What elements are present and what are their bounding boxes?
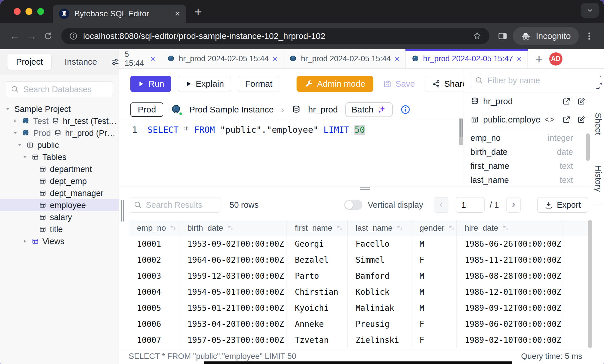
tree-item-views[interactable]: Views [0,235,119,247]
database-search-input[interactable] [23,85,108,94]
sort-icon[interactable] [448,224,455,232]
table-row[interactable]: 100061953-04-20T00:00:00ZAnnekePreusigF1… [129,316,592,332]
table-row[interactable]: 100041954-05-01T00:00:00ZChirstianKoblic… [129,284,592,300]
forward-icon[interactable]: → [25,30,38,42]
tree-item-table-dept_manager[interactable]: dept_manager [0,187,119,199]
chevron-right-icon[interactable] [22,238,28,244]
view-ddl-icon[interactable]: <> [544,115,555,124]
explain-button[interactable]: Explain [178,76,231,92]
next-page-button[interactable] [506,197,521,213]
chevron-down-icon[interactable] [5,106,11,112]
tree-item-project[interactable]: Sample Project [0,103,119,115]
sort-icon[interactable] [169,224,177,232]
back-icon[interactable]: ← [9,30,21,42]
column-row-last_name[interactable]: last_nametext [470,173,586,187]
site-info-icon[interactable] [69,31,78,41]
results-header-last_name[interactable]: last_name [348,220,411,236]
close-sheet-icon[interactable]: × [517,54,522,64]
results-search-input[interactable] [146,200,216,210]
edit-icon[interactable] [577,97,586,106]
bookmark-star-icon[interactable] [472,31,482,41]
sort-icon[interactable] [396,224,403,232]
schema-filter-box[interactable] [470,73,600,88]
sort-icon[interactable] [336,224,343,232]
new-sheet-button[interactable]: + [535,51,543,67]
side-panel-icon[interactable] [496,30,509,42]
tree-item-table-dept_emp[interactable]: dept_emp [0,175,119,187]
side-tab-sheet[interactable]: Sheet [592,96,604,152]
tree-item-table-department[interactable]: department [0,163,119,175]
schema-filter-input[interactable] [487,76,595,85]
close-sheet-icon[interactable]: × [395,54,400,64]
tree-item-tables[interactable]: Tables [0,151,119,163]
avatar[interactable]: AD [549,52,562,66]
info-icon[interactable] [400,104,411,115]
batch-button[interactable]: Batch [345,102,393,117]
tree-item-table-title[interactable]: title [0,223,119,235]
panel-resize-handle[interactable] [460,119,463,137]
address-bar[interactable]: localhost:8080/sql-editor/prod-sample-in… [61,28,489,44]
sheet-tab[interactable]: hr_prod 2024-02-05 15:44× [283,49,405,68]
instance-name[interactable]: Prod Sample Instance [189,105,274,114]
sql-editor[interactable]: 1 SELECT * FROM "public"."employee" LIMI… [119,120,464,187]
close-sheet-icon[interactable]: × [150,54,155,64]
edit-icon[interactable] [577,115,586,124]
results-header-birth_date[interactable]: birth_date [179,220,287,236]
results-header-hire_date[interactable]: hire_date [457,220,562,236]
chevron-down-icon[interactable] [17,142,23,148]
chevron-down-icon[interactable] [22,154,28,160]
results-header-gender[interactable]: gender [411,220,457,236]
results-header-first_name[interactable]: first_name [287,220,348,236]
close-sheet-icon[interactable]: × [272,54,278,64]
export-button[interactable]: Export [537,197,588,213]
tree-item-schema-public[interactable]: public [0,139,119,151]
admin-mode-button[interactable]: Admin mode [297,76,373,92]
close-tab-icon[interactable]: × [175,9,180,19]
table-row[interactable]: 100021964-06-02T00:00:00ZBezalelSimmelF1… [129,252,592,268]
side-tab-history[interactable]: History [592,152,604,205]
results-splitter[interactable] [119,187,592,190]
sort-icon[interactable] [227,224,234,232]
chevron-right-icon[interactable] [12,118,18,124]
column-row-birth_date[interactable]: birth_datedate [470,145,586,159]
open-external-icon[interactable] [562,97,571,106]
page-number-input[interactable] [456,197,485,213]
column-row-first_name[interactable]: first_nametext [470,159,586,173]
tree-settings-icon[interactable] [110,57,120,67]
maximize-window-button[interactable] [37,8,44,15]
sheet-tab[interactable]: hr_prod 2024-02-05 15:47× [406,49,528,68]
browser-tab[interactable]: ♜ Bytebase SQL Editor × [53,5,186,23]
tree-item-db-prod[interactable]: Prod hr_prod (Pr… [0,127,119,139]
format-button[interactable]: Format [238,76,279,92]
results-scrollbar[interactable] [588,220,592,348]
schema-table-row[interactable]: public.employe <> [464,110,592,129]
tab-project[interactable]: Project [7,54,51,70]
tab-search-chevron-button[interactable] [581,3,599,18]
results-search-box[interactable] [129,197,221,213]
table-row[interactable]: 100071957-05-23T00:00:00ZTzvetanZielinsk… [129,332,592,348]
reload-icon[interactable] [42,30,54,42]
results-header-emp_no[interactable]: emp_no [129,220,179,236]
minimize-window-button[interactable] [26,8,32,15]
splitter-handle-icon[interactable] [360,187,370,191]
database-search-box[interactable] [6,81,113,97]
prev-page-button[interactable] [434,197,448,213]
column-row-emp_no[interactable]: emp_nointeger [470,131,586,145]
table-row[interactable]: 100011953-09-02T00:00:00ZGeorgiFacelloM1… [129,236,592,252]
database-name[interactable]: hr_prod [308,105,338,114]
open-external-icon[interactable] [562,115,571,124]
run-button[interactable]: Run [130,76,171,92]
url-text[interactable]: localhost:8080/sql-editor/prod-sample-in… [83,31,467,41]
save-button[interactable]: Save [380,76,418,92]
browser-menu-icon[interactable] [583,30,595,42]
tree-item-table-employee[interactable]: employee [0,199,119,211]
table-row[interactable]: 100031959-12-03T00:00:00ZPartoBamfordM19… [129,268,592,284]
schema-database-row[interactable]: hr_prod [464,92,592,110]
table-row[interactable]: 100051955-01-21T00:00:00ZKyoichiMaliniak… [129,300,592,316]
sheet-tab[interactable]: 5 15:44× [119,49,161,68]
sort-icon[interactable] [502,224,509,232]
chevron-down-icon[interactable] [12,130,18,136]
tab-instance[interactable]: Instance [64,57,97,67]
tree-item-table-salary[interactable]: salary [0,211,119,223]
column-list-scrollbar[interactable] [586,133,590,161]
